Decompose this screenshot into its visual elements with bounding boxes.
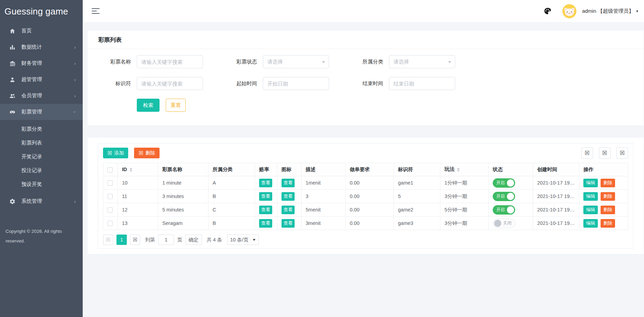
view-icon-button[interactable]: 查看 bbox=[282, 206, 295, 214]
end-time-input[interactable] bbox=[389, 77, 455, 90]
sidebar-item-finance[interactable]: 财务管理 bbox=[0, 55, 83, 71]
cell-description: 5menit bbox=[301, 203, 346, 217]
user-icon bbox=[9, 77, 16, 83]
view-odds-button[interactable]: 查看 bbox=[259, 179, 272, 187]
add-button-label: 添加 bbox=[114, 150, 124, 156]
table-row: 13SeragamB查看查看3menit0.00game33分钟一期关闭2021… bbox=[103, 217, 628, 230]
table-tool-button-2[interactable]: ☒ bbox=[599, 147, 611, 159]
sidebar-subitem-bet-records[interactable]: 投注记录 bbox=[0, 164, 83, 177]
row-delete-button[interactable]: 删除 bbox=[601, 179, 615, 187]
search-button[interactable]: 检索 bbox=[137, 99, 160, 112]
status-toggle[interactable]: 开启 bbox=[493, 192, 515, 201]
current-page-button[interactable]: 1 bbox=[116, 235, 127, 245]
sidebar-subitem-lottery-category[interactable]: 彩票分类 bbox=[0, 122, 83, 136]
reset-button[interactable]: 重置 bbox=[166, 99, 186, 112]
edit-button[interactable]: 编辑 bbox=[583, 179, 598, 187]
row-checkbox[interactable] bbox=[108, 194, 113, 199]
filter-group-category: 所属分类请选择▼ bbox=[350, 55, 455, 68]
edit-button[interactable]: 编辑 bbox=[583, 219, 598, 228]
next-page-button[interactable]: ☒ bbox=[130, 235, 140, 245]
edit-button[interactable]: 编辑 bbox=[583, 206, 598, 214]
filter-actions: 检索重置 bbox=[137, 99, 633, 112]
sidebar-subitem-draw-records[interactable]: 开奖记录 bbox=[0, 150, 83, 164]
avatar[interactable] bbox=[562, 4, 576, 18]
add-button[interactable]: ☒ 添加 bbox=[103, 148, 128, 158]
filter-row: 彩票名称彩票状态请选择▼所属分类请选择▼ bbox=[98, 55, 633, 68]
filter-group-start-time: 起始时间 bbox=[224, 77, 329, 90]
sidebar-item-members[interactable]: 会员管理 bbox=[0, 88, 83, 104]
cell-category: A bbox=[208, 176, 255, 190]
column-header[interactable]: ID bbox=[118, 163, 158, 176]
cell-name: 3 minutes bbox=[158, 190, 208, 203]
row-checkbox[interactable] bbox=[108, 207, 113, 212]
lottery-table: ID彩票名称所属分类赔率图标描述做单要求标识符玩法状态创建时间操作 101 mi… bbox=[103, 163, 628, 230]
status-toggle[interactable]: 开启 bbox=[493, 178, 515, 188]
home-icon bbox=[9, 28, 16, 34]
sort-icon[interactable] bbox=[457, 166, 460, 173]
delete-button[interactable]: ☒ 删除 bbox=[134, 148, 159, 158]
cell-category: B bbox=[208, 217, 255, 230]
sidebar-item-label: 彩票管理 bbox=[21, 109, 74, 115]
sidebar-item-superadmin[interactable]: 超管管理 bbox=[0, 71, 83, 88]
sidebar-item-label: 系统管理 bbox=[21, 198, 74, 205]
row-checkbox[interactable] bbox=[108, 180, 113, 186]
sidebar-item-label: 财务管理 bbox=[21, 60, 74, 67]
category-select[interactable]: 请选择▼ bbox=[389, 55, 455, 68]
page-size-select[interactable]: 10 条/页 ▼ bbox=[227, 235, 259, 245]
topbar: admin 【超级管理员】 ▾ bbox=[83, 0, 644, 22]
goto-confirm-button[interactable]: 确定 bbox=[185, 235, 202, 245]
view-icon-button[interactable]: 查看 bbox=[282, 219, 295, 228]
goto-suffix-label: 页 bbox=[177, 237, 182, 243]
admin-dropdown[interactable]: admin 【超级管理员】 bbox=[582, 8, 634, 14]
cell-order-requirement: 0.00 bbox=[346, 190, 394, 203]
sidebar-subitem-preset-draw[interactable]: 预设开奖 bbox=[0, 177, 83, 191]
chevron-right-icon bbox=[74, 61, 76, 66]
menu-toggle-icon[interactable] bbox=[92, 8, 100, 14]
view-icon-button[interactable]: 查看 bbox=[282, 192, 295, 201]
select-all-checkbox[interactable] bbox=[108, 167, 113, 172]
row-delete-button[interactable]: 删除 bbox=[601, 206, 615, 214]
app-logo: Guessing game bbox=[0, 0, 83, 23]
users-icon bbox=[9, 93, 16, 99]
row-delete-button[interactable]: 删除 bbox=[601, 192, 615, 201]
gamepad-icon bbox=[9, 109, 16, 115]
status-toggle[interactable]: 关闭 bbox=[493, 219, 515, 228]
table-tool-button-1[interactable]: ☒ bbox=[581, 147, 593, 159]
identifier-input[interactable] bbox=[137, 77, 203, 90]
row-delete-button[interactable]: 删除 bbox=[601, 219, 615, 228]
chevron-down-icon: ▼ bbox=[252, 238, 256, 241]
lottery-status-select[interactable]: 请选择▼ bbox=[263, 55, 329, 68]
view-odds-button[interactable]: 查看 bbox=[259, 206, 272, 214]
sidebar-subitem-lottery-list[interactable]: 彩票列表 bbox=[0, 136, 83, 150]
sidebar-item-stats[interactable]: 数据统计 bbox=[0, 39, 83, 55]
sidebar-item-home[interactable]: 首页 bbox=[0, 23, 83, 39]
table-card: ☒ 添加 ☒ 删除 ☒☒☒ bbox=[88, 138, 644, 254]
view-icon-button[interactable]: 查看 bbox=[282, 179, 295, 187]
view-odds-button[interactable]: 查看 bbox=[259, 192, 272, 201]
chevron-down-icon[interactable]: ▾ bbox=[636, 9, 638, 13]
lottery-name-input[interactable] bbox=[137, 55, 203, 68]
sort-icon[interactable] bbox=[130, 166, 132, 173]
cell-name: Seragam bbox=[158, 217, 208, 230]
app-root: Guessing game 首页数据统计财务管理超管管理会员管理彩票管理彩票分类… bbox=[0, 0, 644, 317]
column-header[interactable]: 玩法 bbox=[440, 163, 489, 176]
prev-page-button[interactable]: ☒ bbox=[103, 235, 113, 245]
sidebar-item-lottery[interactable]: 彩票管理 bbox=[0, 104, 83, 120]
cell-description: 1menit bbox=[301, 176, 346, 190]
edit-button[interactable]: 编辑 bbox=[583, 192, 598, 201]
sidebar-item-system[interactable]: 系统管理 bbox=[0, 193, 83, 209]
status-toggle[interactable]: 开启 bbox=[493, 205, 515, 215]
view-odds-button[interactable]: 查看 bbox=[259, 219, 272, 228]
total-count-label: 共 4 条 bbox=[207, 237, 222, 243]
table-tool-button-3[interactable]: ☒ bbox=[616, 147, 628, 159]
column-header: 状态 bbox=[489, 163, 533, 176]
search-card: 彩票列表 彩票名称彩票状态请选择▼所属分类请选择▼标识符起始时间结束时间检索重置 bbox=[88, 31, 644, 126]
cell-name: 5 minutes bbox=[158, 203, 208, 217]
ballot-x-icon: ☒ bbox=[602, 150, 607, 156]
theme-palette-icon[interactable] bbox=[544, 7, 551, 15]
goto-page-input[interactable] bbox=[158, 235, 174, 245]
table-row: 101 minuteA查看查看1menit0.00game11分钟一期开启202… bbox=[103, 176, 628, 190]
row-checkbox[interactable] bbox=[108, 221, 113, 226]
column-header: 操作 bbox=[579, 163, 628, 176]
start-time-input[interactable] bbox=[263, 77, 329, 90]
